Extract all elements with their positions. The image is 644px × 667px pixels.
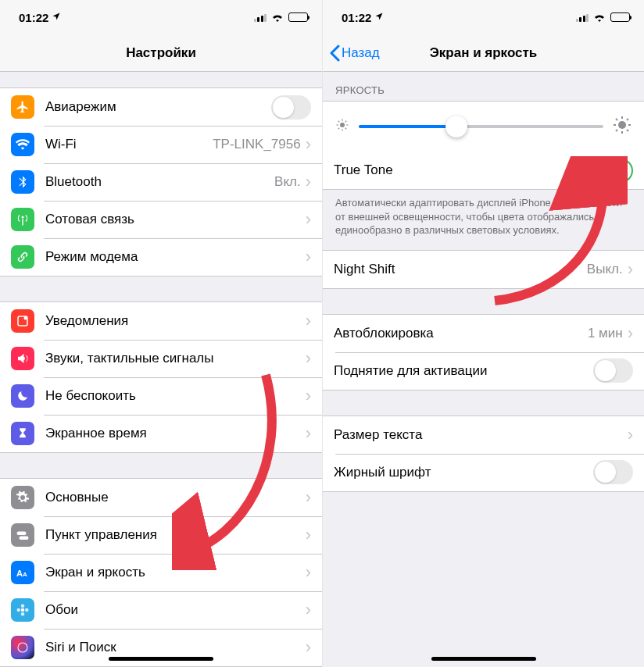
row-sounds[interactable]: Звуки, тактильные сигналы › bbox=[0, 340, 322, 377]
home-indicator[interactable] bbox=[431, 657, 536, 661]
siri-icon bbox=[11, 636, 34, 659]
row-raise-to-wake[interactable]: Поднятие для активации bbox=[323, 352, 644, 390]
row-bluetooth[interactable]: Bluetooth Вкл. › bbox=[0, 163, 322, 201]
back-label: Назад bbox=[342, 45, 380, 61]
bold-toggle[interactable] bbox=[593, 460, 633, 484]
row-label: Сотовая связь bbox=[45, 212, 306, 227]
switches-icon bbox=[11, 523, 34, 547]
row-textsize[interactable]: Размер текста › bbox=[323, 416, 644, 454]
svg-line-25 bbox=[627, 130, 628, 131]
row-label: Звуки, тактильные сигналы bbox=[45, 351, 306, 366]
chevron-right-icon: › bbox=[628, 426, 633, 444]
row-autolock[interactable]: Автоблокировка 1 мин › bbox=[323, 315, 644, 352]
row-label: Жирный шрифт bbox=[334, 465, 593, 480]
svg-text:A: A bbox=[16, 569, 23, 578]
lock-group: Автоблокировка 1 мин › Поднятие для акти… bbox=[323, 314, 644, 391]
hourglass-icon bbox=[11, 422, 34, 445]
svg-line-26 bbox=[616, 130, 617, 131]
truetone-toggle[interactable] bbox=[593, 159, 633, 183]
cellular-icon bbox=[576, 13, 589, 22]
row-label: Автоблокировка bbox=[334, 326, 588, 341]
general-group: Основные › Пункт управления › AA Экран и… bbox=[0, 478, 322, 667]
text-group: Размер текста › Жирный шрифт bbox=[323, 416, 644, 492]
row-label: Не беспокоить bbox=[45, 388, 306, 404]
location-icon bbox=[52, 12, 61, 23]
row-wifi[interactable]: Wi-Fi TP-LINK_7956 › bbox=[0, 126, 322, 163]
row-label: True Tone bbox=[334, 162, 593, 178]
row-display[interactable]: AA Экран и яркость › bbox=[0, 554, 322, 591]
svg-line-24 bbox=[616, 119, 617, 120]
svg-line-15 bbox=[338, 121, 340, 123]
nav-bar: Настройки bbox=[0, 34, 322, 72]
chevron-right-icon: › bbox=[306, 136, 311, 153]
row-cellular[interactable]: Сотовая связь › bbox=[0, 201, 322, 238]
svg-point-1 bbox=[24, 316, 28, 320]
flower-icon bbox=[11, 598, 34, 622]
chevron-right-icon: › bbox=[306, 526, 311, 544]
row-label: Режим модема bbox=[45, 249, 306, 265]
page-title: Настройки bbox=[126, 45, 196, 61]
svg-point-7 bbox=[17, 608, 21, 612]
row-label: Bluetooth bbox=[45, 174, 274, 190]
brightness-slider-row bbox=[323, 102, 644, 152]
row-notifications[interactable]: Уведомления › bbox=[0, 302, 322, 340]
wifi-status-icon bbox=[593, 12, 606, 22]
brightness-slider[interactable] bbox=[359, 125, 603, 128]
svg-point-8 bbox=[25, 608, 29, 612]
row-label: Поднятие для активации bbox=[334, 363, 593, 379]
raise-toggle[interactable] bbox=[593, 358, 633, 383]
row-label: Обои bbox=[45, 602, 306, 618]
chevron-right-icon: › bbox=[306, 489, 311, 506]
location-icon bbox=[374, 12, 384, 23]
row-label: Wi-Fi bbox=[45, 137, 213, 152]
svg-point-9 bbox=[18, 643, 27, 652]
wifi-icon bbox=[11, 133, 34, 156]
textsize-icon: AA bbox=[11, 561, 34, 584]
back-button[interactable]: Назад bbox=[329, 34, 380, 71]
row-truetone[interactable]: True Tone bbox=[323, 152, 644, 189]
svg-text:A: A bbox=[23, 571, 27, 578]
svg-point-4 bbox=[21, 608, 25, 612]
nightshift-group: Night Shift Выкл. › bbox=[323, 250, 644, 289]
row-label: Размер текста bbox=[334, 427, 628, 443]
status-time: 01:22 bbox=[19, 11, 48, 24]
notifications-group: Уведомления › Звуки, тактильные сигналы … bbox=[0, 301, 322, 453]
chevron-right-icon: › bbox=[306, 564, 311, 581]
display-brightness-screen: 01:22 Назад Экран и яркость ЯРКОСТЬ bbox=[322, 0, 644, 667]
row-label: Основные bbox=[45, 490, 306, 505]
bluetooth-icon bbox=[11, 170, 34, 194]
sun-large-icon bbox=[613, 116, 631, 137]
row-screentime[interactable]: Экранное время › bbox=[0, 415, 322, 452]
row-airplane[interactable]: Авиарежим bbox=[0, 88, 322, 126]
truetone-footer: Автоматически адаптировать дисплей iPhon… bbox=[323, 190, 644, 250]
gear-icon bbox=[11, 486, 34, 509]
row-label: Siri и Поиск bbox=[45, 640, 306, 655]
airplane-toggle[interactable] bbox=[271, 95, 311, 119]
row-boldtext[interactable]: Жирный шрифт bbox=[323, 454, 644, 491]
row-label: Уведомления bbox=[45, 313, 306, 329]
chevron-right-icon: › bbox=[306, 387, 311, 405]
svg-line-18 bbox=[345, 121, 347, 123]
chevron-right-icon: › bbox=[628, 325, 633, 342]
row-general[interactable]: Основные › bbox=[0, 479, 322, 516]
brightness-header: ЯРКОСТЬ bbox=[323, 72, 644, 101]
home-indicator[interactable] bbox=[109, 657, 213, 661]
svg-point-5 bbox=[21, 605, 25, 608]
bell-icon bbox=[11, 309, 34, 333]
settings-screen: 01:22 Настройки Авиарежим Wi-Fi TP-LINK_… bbox=[0, 0, 322, 667]
row-nightshift[interactable]: Night Shift Выкл. › bbox=[323, 251, 644, 288]
chevron-right-icon: › bbox=[306, 601, 311, 619]
row-dnd[interactable]: Не беспокоить › bbox=[0, 377, 322, 415]
airplane-icon bbox=[11, 95, 34, 119]
moon-icon bbox=[11, 384, 34, 408]
svg-point-19 bbox=[618, 121, 626, 129]
chevron-right-icon: › bbox=[306, 312, 311, 330]
link-icon bbox=[11, 245, 34, 269]
row-wallpaper[interactable]: Обои › bbox=[0, 591, 322, 629]
row-detail: 1 мин bbox=[588, 326, 623, 341]
row-detail: Вкл. bbox=[274, 174, 301, 190]
battery-icon bbox=[610, 12, 630, 22]
page-title: Экран и яркость bbox=[430, 45, 538, 61]
row-control-center[interactable]: Пункт управления › bbox=[0, 516, 322, 554]
row-hotspot[interactable]: Режим модема › bbox=[0, 238, 322, 276]
